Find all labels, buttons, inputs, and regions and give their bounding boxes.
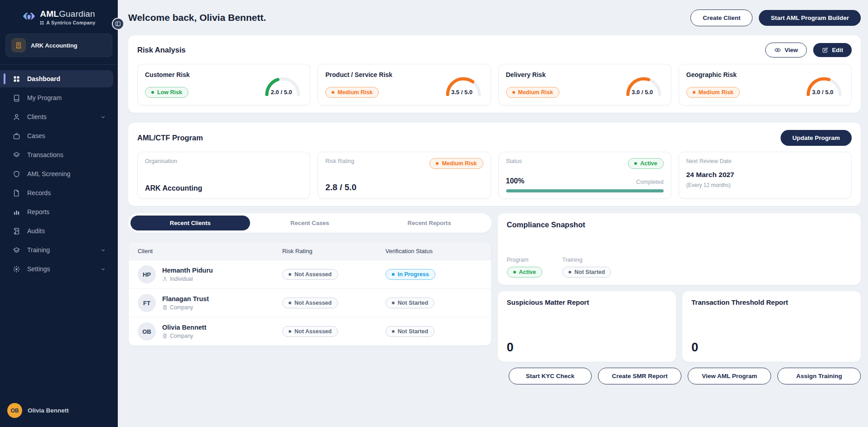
assign-training-button[interactable]: Assign Training: [777, 368, 861, 384]
training-status-badge: Not Started: [562, 267, 611, 278]
sidebar-nav: Dashboard My Program Clients Cases Tr: [0, 70, 118, 278]
status-label: Status: [506, 158, 522, 164]
compliance-snapshot-panel: Compliance Snapshot Program Active Train…: [498, 213, 861, 285]
risk-card-product-service: Product / Service Risk Medium Risk 3.5 /…: [318, 64, 491, 106]
sidebar-item-dashboard[interactable]: Dashboard: [0, 70, 113, 87]
tab-recent-cases[interactable]: Recent Cases: [250, 216, 370, 230]
sidebar: AMLGuardian A Syntrico Company ARK Accou…: [0, 0, 118, 427]
risk-analysis-panel: Risk Analysis View Edit Customer Risk Lo…: [128, 35, 861, 113]
risk-gauge: 3.0 / 5.0: [624, 73, 664, 96]
tab-recent-clients[interactable]: Recent Clients: [130, 216, 250, 230]
edit-risk-button[interactable]: Edit: [813, 43, 852, 57]
risk-card-geographic: Geographic Risk Medium Risk 3.0 / 5.0: [679, 64, 852, 106]
risk-card-title: Customer Risk: [145, 71, 190, 78]
create-smr-report-button[interactable]: Create SMR Report: [598, 368, 681, 384]
suspicious-matter-report-card: Suspicious Matter Report 0: [498, 291, 676, 362]
brand-tagline: A Syntrico Company: [40, 20, 95, 25]
avatar: FT: [138, 294, 156, 312]
gear-icon: [12, 265, 20, 273]
risk-rating-card: Risk Rating Medium Risk 2.8 / 5.0: [318, 152, 491, 199]
chevron-down-icon: [100, 266, 106, 272]
verification-status-badge: In Progress: [386, 269, 435, 280]
shield-icon: [12, 170, 20, 178]
sidebar-item-my-program[interactable]: My Program: [0, 89, 113, 106]
sidebar-item-transactions[interactable]: Transactions: [0, 146, 113, 163]
building-icon: [162, 305, 168, 310]
sidebar-item-aml-screening[interactable]: AML Screening: [0, 165, 113, 182]
chevron-down-icon: [100, 114, 106, 120]
organisation-label: Organisation: [145, 158, 303, 164]
program-label: Program: [507, 257, 543, 263]
transaction-threshold-report-card: Transaction Threshold Report 0: [682, 291, 861, 362]
compliance-program-group: Program Active: [507, 257, 543, 278]
risk-gauge-value: 3.0 / 5.0: [804, 89, 841, 96]
start-aml-program-builder-button[interactable]: Start AML Program Builder: [759, 10, 861, 26]
sidebar-item-records[interactable]: Records: [0, 184, 113, 202]
layers-icon: [12, 151, 20, 159]
sidebar-item-reports[interactable]: Reports: [0, 203, 113, 221]
risk-gauge: 3.0 / 5.0: [804, 73, 844, 96]
brand-name: AMLGuardian: [40, 9, 95, 19]
status-progress-fill: [506, 189, 664, 192]
sidebar-item-training[interactable]: Training: [0, 241, 113, 259]
avatar: OB: [7, 403, 22, 418]
sidebar-divider: [0, 64, 118, 65]
risk-badge: Low Risk: [145, 87, 188, 98]
compliance-training-group: Training Not Started: [562, 257, 611, 278]
risk-rating-badge: Medium Risk: [429, 158, 483, 169]
start-kyc-check-button[interactable]: Start KYC Check: [509, 368, 592, 384]
view-risk-button[interactable]: View: [765, 43, 807, 58]
report-title: Suspicious Matter Report: [507, 298, 667, 306]
report-count: 0: [507, 341, 667, 355]
user-profile[interactable]: OB Olivia Bennett: [0, 398, 118, 421]
risk-card-title: Geographic Risk: [686, 71, 740, 78]
sidebar-item-settings[interactable]: Settings: [0, 260, 113, 278]
risk-rating-label: Risk Rating: [325, 158, 354, 164]
next-review-note: (Every 12 months): [686, 182, 844, 188]
table-row[interactable]: FT Flanagan Trust Company Not Assessed N…: [129, 288, 491, 317]
brand-logo-icon: [22, 10, 36, 24]
building-icon: [162, 333, 168, 339]
building-icon: [11, 38, 26, 53]
bar-chart-icon: [12, 208, 20, 216]
client-type: Company: [162, 333, 207, 339]
sidebar-collapse-button[interactable]: [112, 18, 124, 30]
create-client-button[interactable]: Create Client: [690, 10, 752, 26]
person-icon: [162, 276, 168, 282]
page-header: Welcome back, Olivia Bennett. Create Cli…: [128, 8, 861, 27]
org-switcher[interactable]: ARK Accounting: [5, 34, 112, 57]
training-label: Training: [562, 257, 611, 263]
recent-clients-table: Client Risk Rating Verification Status H…: [128, 242, 492, 346]
file-icon: [12, 189, 20, 197]
table-row[interactable]: HP Hemanth Piduru Individual Not Assesse…: [129, 260, 491, 288]
view-aml-program-button[interactable]: View AML Program: [688, 368, 771, 384]
client-type: Company: [162, 304, 209, 311]
risk-analysis-title: Risk Analysis: [137, 46, 186, 54]
risk-gauge-value: 3.5 / 5.0: [444, 89, 481, 96]
sidebar-item-cases[interactable]: Cases: [0, 127, 113, 144]
risk-rating-badge: Not Assessed: [282, 326, 338, 337]
tab-recent-reports[interactable]: Recent Reports: [370, 216, 489, 230]
risk-badge: Medium Risk: [506, 87, 559, 98]
aml-ctf-program-panel: AML/CTF Program Update Program Organisat…: [128, 123, 861, 206]
compliance-title: Compliance Snapshot: [507, 221, 852, 229]
risk-card-delivery: Delivery Risk Medium Risk 3.0 / 5.0: [498, 64, 671, 106]
status-badge: Active: [628, 158, 664, 169]
risk-card-title: Product / Service Risk: [325, 71, 392, 78]
eye-icon: [774, 47, 781, 53]
report-count: 0: [691, 341, 852, 355]
program-status-badge: Active: [507, 267, 543, 278]
sidebar-item-audits[interactable]: Audits: [0, 222, 113, 240]
edit-icon: [822, 47, 828, 53]
update-program-button[interactable]: Update Program: [781, 130, 852, 146]
user-name: Olivia Bennett: [28, 407, 69, 414]
organisation-value: ARK Accounting: [145, 184, 303, 192]
recent-activity-column: Recent Clients Recent Cases Recent Repor…: [128, 213, 492, 346]
risk-card-title: Delivery Risk: [506, 71, 559, 78]
table-row[interactable]: OB Olivia Bennett Company Not Assessed N…: [129, 317, 491, 345]
syntrico-mark-icon: [40, 21, 44, 25]
sidebar-item-clients[interactable]: Clients: [0, 108, 113, 125]
next-review-date: 24 March 2027: [686, 171, 844, 179]
report-title: Transaction Threshold Report: [691, 298, 852, 306]
next-review-label: Next Review Date: [686, 158, 844, 164]
